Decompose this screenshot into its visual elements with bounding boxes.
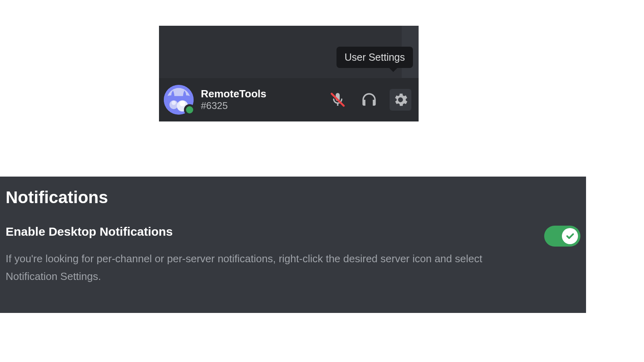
microphone-muted-icon	[330, 92, 346, 108]
user-info[interactable]: RemoteTools #6325	[201, 88, 266, 112]
setting-desktop-notifications: Enable Desktop Notifications If you're l…	[6, 225, 580, 285]
notifications-panel: Notifications Enable Desktop Notificatio…	[0, 177, 586, 313]
setting-label: Enable Desktop Notifications	[6, 225, 536, 239]
settings-button[interactable]	[390, 89, 411, 111]
deafen-button[interactable]	[358, 89, 380, 111]
username: RemoteTools	[201, 88, 266, 100]
gear-icon	[392, 91, 409, 108]
user-discriminator: #6325	[201, 100, 266, 111]
tooltip-label: User Settings	[345, 51, 405, 63]
check-icon	[565, 231, 575, 241]
svg-point-4	[180, 101, 185, 106]
mute-button[interactable]	[327, 89, 349, 111]
setting-text: Enable Desktop Notifications If you're l…	[6, 225, 536, 285]
desktop-notifications-toggle[interactable]	[544, 226, 580, 247]
user-bar: RemoteTools #6325	[159, 78, 419, 121]
setting-description: If you're looking for per-channel or per…	[6, 250, 533, 285]
user-panel: User Settings RemoteTools #6325	[159, 26, 419, 121]
avatar[interactable]	[164, 85, 194, 115]
online-status-icon	[184, 104, 195, 115]
panel-background: User Settings	[159, 26, 419, 78]
user-settings-tooltip: User Settings	[336, 47, 413, 68]
svg-point-3	[171, 101, 176, 105]
page-title: Notifications	[6, 188, 580, 207]
user-controls	[327, 89, 414, 111]
headphones-icon	[360, 91, 378, 109]
toggle-knob	[562, 228, 578, 244]
